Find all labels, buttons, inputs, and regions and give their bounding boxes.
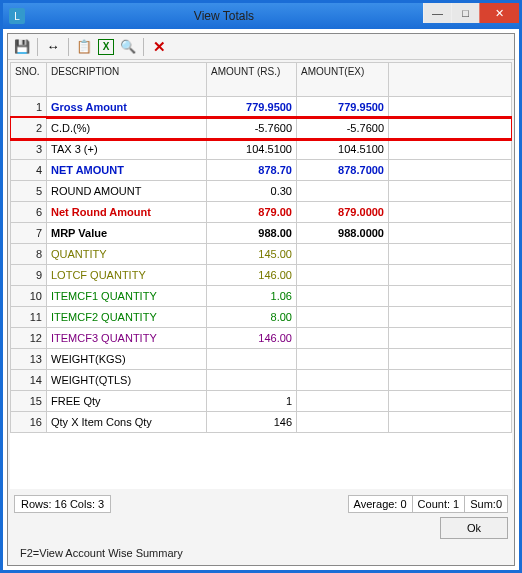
cell-amount-ex[interactable]: 104.5100	[297, 139, 389, 160]
delete-icon[interactable]: ✕	[149, 37, 169, 57]
cell-amount-rs[interactable]: 779.9500	[207, 97, 297, 118]
cell-sno[interactable]: 3	[11, 139, 47, 160]
table-row[interactable]: 4NET AMOUNT878.70878.7000	[11, 160, 512, 181]
cell-description[interactable]: Qty X Item Cons Qty	[47, 412, 207, 433]
cell-sno[interactable]: 6	[11, 202, 47, 223]
cell-sno[interactable]: 15	[11, 391, 47, 412]
copy-icon[interactable]: 📋	[74, 37, 94, 57]
cell-spacer	[389, 349, 512, 370]
cell-amount-ex[interactable]	[297, 286, 389, 307]
cell-sno[interactable]: 10	[11, 286, 47, 307]
cell-sno[interactable]: 14	[11, 370, 47, 391]
cell-description[interactable]: WEIGHT(KGS)	[47, 349, 207, 370]
cell-amount-rs[interactable]: 0.30	[207, 181, 297, 202]
cell-sno[interactable]: 12	[11, 328, 47, 349]
table-row[interactable]: 15FREE Qty1	[11, 391, 512, 412]
titlebar[interactable]: L View Totals — □ ✕	[3, 3, 519, 29]
cell-amount-rs[interactable]: 104.5100	[207, 139, 297, 160]
cell-amount-rs[interactable]: 878.70	[207, 160, 297, 181]
cell-sno[interactable]: 9	[11, 265, 47, 286]
cell-amount-rs[interactable]: 988.00	[207, 223, 297, 244]
header-sno[interactable]: SNO.	[11, 63, 47, 97]
cell-description[interactable]: WEIGHT(QTLS)	[47, 370, 207, 391]
ok-button[interactable]: Ok	[440, 517, 508, 539]
cell-amount-rs[interactable]: 879.00	[207, 202, 297, 223]
cell-sno[interactable]: 11	[11, 307, 47, 328]
cell-amount-ex[interactable]	[297, 244, 389, 265]
fit-width-icon[interactable]: ↔	[43, 37, 63, 57]
table-row[interactable]: 7MRP Value988.00988.0000	[11, 223, 512, 244]
close-button[interactable]: ✕	[479, 3, 519, 23]
cell-amount-ex[interactable]	[297, 370, 389, 391]
cell-amount-ex[interactable]: 779.9500	[297, 97, 389, 118]
cell-amount-ex[interactable]	[297, 349, 389, 370]
excel-export-icon[interactable]: X	[98, 39, 114, 55]
table-row[interactable]: 3TAX 3 (+)104.5100104.5100	[11, 139, 512, 160]
cell-description[interactable]: ITEMCF2 QUANTITY	[47, 307, 207, 328]
cell-amount-rs[interactable]	[207, 370, 297, 391]
cell-amount-rs[interactable]: 146.00	[207, 265, 297, 286]
table-row[interactable]: 1Gross Amount779.9500779.9500	[11, 97, 512, 118]
cell-amount-ex[interactable]	[297, 328, 389, 349]
cell-amount-rs[interactable]: 146.00	[207, 328, 297, 349]
cell-amount-ex[interactable]: -5.7600	[297, 118, 389, 139]
header-amount-ex[interactable]: AMOUNT(EX)	[297, 63, 389, 97]
cell-spacer	[389, 223, 512, 244]
find-binoculars-icon[interactable]: 🔍	[118, 37, 138, 57]
cell-amount-rs[interactable]: 1.06	[207, 286, 297, 307]
save-icon[interactable]: 💾	[12, 37, 32, 57]
cell-description[interactable]: ITEMCF3 QUANTITY	[47, 328, 207, 349]
table-row[interactable]: 2C.D.(%)-5.7600-5.7600	[11, 118, 512, 139]
cell-amount-ex[interactable]	[297, 307, 389, 328]
cell-amount-rs[interactable]: 145.00	[207, 244, 297, 265]
cell-amount-ex[interactable]: 878.7000	[297, 160, 389, 181]
table-row[interactable]: 13WEIGHT(KGS)	[11, 349, 512, 370]
table-row[interactable]: 5ROUND AMOUNT0.30	[11, 181, 512, 202]
cell-description[interactable]: Gross Amount	[47, 97, 207, 118]
minimize-button[interactable]: —	[423, 3, 451, 23]
cell-amount-ex[interactable]	[297, 181, 389, 202]
cell-description[interactable]: MRP Value	[47, 223, 207, 244]
cell-description[interactable]: LOTCF QUANTITY	[47, 265, 207, 286]
cell-amount-ex[interactable]	[297, 265, 389, 286]
header-amount-rs[interactable]: AMOUNT (RS.)	[207, 63, 297, 97]
cell-description[interactable]: NET AMOUNT	[47, 160, 207, 181]
maximize-button[interactable]: □	[451, 3, 479, 23]
cell-amount-ex[interactable]: 988.0000	[297, 223, 389, 244]
table-row[interactable]: 11ITEMCF2 QUANTITY8.00	[11, 307, 512, 328]
cell-sno[interactable]: 7	[11, 223, 47, 244]
cell-description[interactable]: Net Round Amount	[47, 202, 207, 223]
cell-spacer	[389, 286, 512, 307]
cell-amount-rs[interactable]: 146	[207, 412, 297, 433]
cell-amount-ex[interactable]: 879.0000	[297, 202, 389, 223]
cell-amount-rs[interactable]	[207, 349, 297, 370]
table-row[interactable]: 14WEIGHT(QTLS)	[11, 370, 512, 391]
cell-sno[interactable]: 16	[11, 412, 47, 433]
table-row[interactable]: 16Qty X Item Cons Qty146	[11, 412, 512, 433]
cell-description[interactable]: C.D.(%)	[47, 118, 207, 139]
cell-description[interactable]: FREE Qty	[47, 391, 207, 412]
cell-sno[interactable]: 2	[11, 118, 47, 139]
cell-amount-ex[interactable]	[297, 412, 389, 433]
table-row[interactable]: 9LOTCF QUANTITY146.00	[11, 265, 512, 286]
table-row[interactable]: 8QUANTITY145.00	[11, 244, 512, 265]
cell-sno[interactable]: 1	[11, 97, 47, 118]
cell-sno[interactable]: 8	[11, 244, 47, 265]
cell-amount-rs[interactable]: 8.00	[207, 307, 297, 328]
table-row[interactable]: 6Net Round Amount879.00879.0000	[11, 202, 512, 223]
cell-sno[interactable]: 5	[11, 181, 47, 202]
separator	[37, 38, 38, 56]
cell-sno[interactable]: 4	[11, 160, 47, 181]
cell-amount-rs[interactable]: -5.7600	[207, 118, 297, 139]
cell-description[interactable]: TAX 3 (+)	[47, 139, 207, 160]
table-row[interactable]: 12ITEMCF3 QUANTITY146.00	[11, 328, 512, 349]
table-row[interactable]: 10ITEMCF1 QUANTITY1.06	[11, 286, 512, 307]
cell-description[interactable]: ROUND AMOUNT	[47, 181, 207, 202]
header-description[interactable]: DESCRIPTION	[47, 63, 207, 97]
view-totals-window: L View Totals — □ ✕ 💾 ↔ 📋 X 🔍 ✕	[0, 0, 522, 573]
cell-amount-rs[interactable]: 1	[207, 391, 297, 412]
cell-description[interactable]: QUANTITY	[47, 244, 207, 265]
cell-sno[interactable]: 13	[11, 349, 47, 370]
cell-amount-ex[interactable]	[297, 391, 389, 412]
cell-description[interactable]: ITEMCF1 QUANTITY	[47, 286, 207, 307]
